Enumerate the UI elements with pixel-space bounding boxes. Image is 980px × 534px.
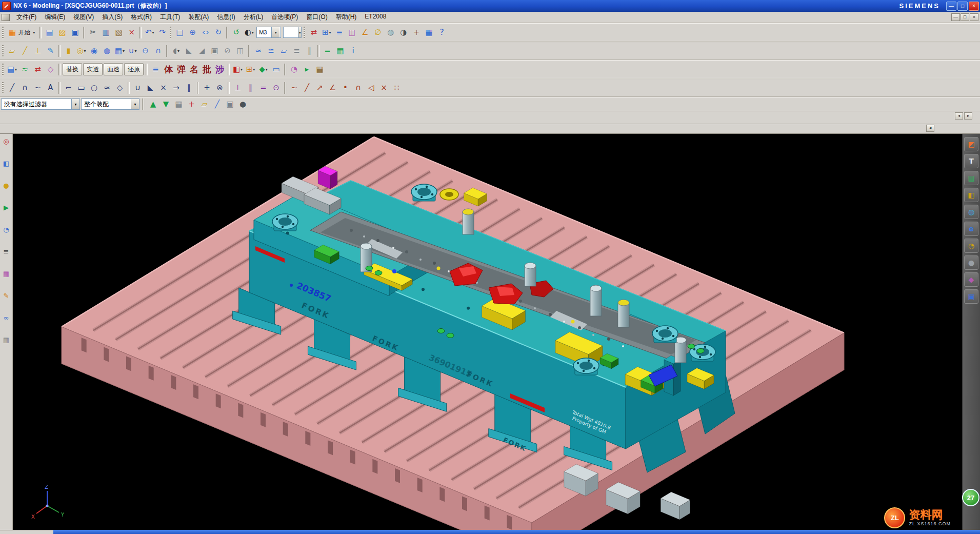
die-engineering-dropdown-icon[interactable]: ▾	[266, 67, 268, 72]
solid-translucent-button[interactable]: 实透	[83, 63, 103, 75]
replace-refset-button[interactable]: 替换	[63, 63, 82, 75]
snap-angle-button[interactable]: ∠	[358, 26, 371, 39]
chevron-down-icon[interactable]: ▾	[298, 27, 301, 37]
chevron-down-icon[interactable]: ▾	[271, 27, 279, 37]
thicken-button[interactable]: ≡	[290, 44, 303, 58]
select-target-button[interactable]: ◎	[1, 136, 12, 147]
zoom-in-button[interactable]: ⊕	[186, 26, 199, 39]
snap-grid-button[interactable]: ▦	[172, 97, 185, 111]
boss-button[interactable]: ◍	[101, 44, 113, 58]
cut-button[interactable]: ✂	[87, 26, 99, 39]
quick-extend-button[interactable]: →	[170, 81, 183, 95]
arc-button[interactable]: ∩	[18, 81, 31, 95]
document-icon[interactable]	[2, 14, 10, 21]
minimize-button[interactable]: —	[946, 2, 956, 11]
refresh-button[interactable]: ↺	[230, 26, 243, 39]
copy-button[interactable]: ▥	[99, 26, 112, 39]
menu-item-et2008[interactable]: ET2008	[361, 12, 390, 23]
start-dropdown-icon[interactable]: ▾	[33, 30, 35, 35]
timer-button[interactable]: ◔	[1, 224, 12, 235]
body-tool-button[interactable]: 体	[162, 63, 175, 76]
datum-plane-button[interactable]: ▱	[6, 44, 18, 58]
roles-button[interactable]: ▣	[964, 289, 978, 304]
body-filter-button[interactable]: ●	[236, 97, 249, 111]
selection-scope-combo[interactable]: 整个装配 ▾	[81, 98, 139, 110]
datum-csys-button[interactable]: ⊥	[31, 44, 44, 58]
playback-button[interactable]: ▶	[1, 202, 12, 213]
sketch-line-button[interactable]: ╱	[301, 81, 313, 95]
scroll-right-mini-button[interactable]: ▸	[964, 112, 972, 120]
interpart-copy-button[interactable]: ⇄	[31, 63, 44, 76]
constraint-navigator-button[interactable]: T	[964, 154, 978, 168]
menu-item-tools[interactable]: 工具(T)	[156, 12, 184, 23]
toolbar-grip[interactable]	[2, 82, 4, 94]
offset-curve-button[interactable]: ∥	[183, 81, 195, 95]
new-button[interactable]: ▤	[43, 26, 56, 39]
ruled-surface-button[interactable]: ▱	[277, 44, 290, 58]
menu-item-assemblies[interactable]: 装配(A)	[184, 12, 213, 23]
view-cube-button[interactable]: ◧	[1, 158, 12, 169]
through-curves-button[interactable]: ≅	[265, 44, 277, 58]
toolbar-grip[interactable]	[170, 27, 171, 38]
parallel-constraint-button[interactable]: ∥	[244, 81, 257, 95]
profile-button[interactable]: ⌐	[62, 81, 75, 95]
edge-blend-dropdown-icon[interactable]: ▾	[177, 49, 179, 53]
pattern-feature-dropdown-icon[interactable]: ▾	[123, 49, 125, 53]
spring-tool-button[interactable]: 弹	[175, 63, 188, 76]
split-body-button[interactable]: ◫	[234, 44, 247, 58]
mdi-close-button[interactable]: ×	[970, 13, 978, 21]
die-block-button[interactable]: ◧▾	[231, 63, 244, 76]
hd3d-tool-button[interactable]: ◍	[964, 205, 978, 219]
subtract-button[interactable]: ⊖	[139, 44, 152, 58]
extrude-button[interactable]: ▮	[62, 44, 75, 58]
standard-parts-button[interactable]: ⊞▾	[244, 63, 257, 76]
sketch-curve-button[interactable]: ~	[288, 81, 301, 95]
draft-button[interactable]: ◢	[195, 44, 208, 58]
grid-display-button[interactable]: ▦	[1, 334, 12, 345]
process-studio-button[interactable]: ◆	[964, 272, 978, 287]
reference-sets-button[interactable]: ▤▾	[6, 63, 18, 76]
trim-body-button[interactable]: ⊘	[221, 44, 234, 58]
menu-item-view[interactable]: 视图(V)	[69, 12, 98, 23]
undo-dropdown-icon[interactable]: ▾	[152, 30, 154, 35]
chevron-down-icon[interactable]: ▾	[131, 99, 139, 109]
cross-mark-button[interactable]: ×	[377, 81, 390, 95]
swept-button[interactable]: ≈	[252, 44, 265, 58]
nx-app-icon[interactable]	[2, 2, 11, 10]
mdi-minimize-button[interactable]: —	[951, 13, 960, 21]
expression-button[interactable]: =	[321, 44, 334, 58]
start-button[interactable]: ▦开始▾	[6, 26, 38, 39]
tooling-check-button[interactable]: ◔	[288, 63, 301, 76]
perpendicular-constraint-button[interactable]: ⊥	[231, 81, 244, 95]
mirror-curve-button[interactable]: ◁	[365, 81, 377, 95]
arrangements-button[interactable]: ◇	[44, 63, 57, 76]
reference-sets-dropdown-icon[interactable]: ▾	[15, 67, 17, 72]
arc-red-button[interactable]: ∩	[352, 81, 365, 95]
menu-item-insert[interactable]: 插入(S)	[98, 12, 127, 23]
standard-parts-dropdown-icon[interactable]: ▾	[253, 67, 255, 72]
shell-button[interactable]: ▣	[208, 44, 221, 58]
face-filter-button[interactable]: ▣	[224, 97, 236, 111]
divide-curve-button[interactable]: ∷	[390, 81, 403, 95]
unite-dropdown-icon[interactable]: ▾	[134, 49, 136, 53]
motion-sim-button[interactable]: ▸	[301, 63, 313, 76]
point-red-button[interactable]: •	[339, 81, 352, 95]
menu-item-window[interactable]: 窗口(O)	[302, 12, 331, 23]
rectangle-button[interactable]: ▭	[75, 81, 88, 95]
save-button[interactable]: ▣	[69, 26, 82, 39]
menu-item-information[interactable]: 信息(I)	[213, 12, 239, 23]
list-display-button[interactable]: ≡	[149, 63, 162, 76]
close-button[interactable]: ×	[969, 2, 979, 11]
layer-settings-button[interactable]: ≡	[333, 26, 346, 39]
wave-link-button[interactable]: ≈	[18, 63, 31, 76]
fit-view-button[interactable]: □	[173, 26, 186, 39]
die-block-dropdown-icon[interactable]: ▾	[241, 67, 243, 72]
sketch-button[interactable]: ✎	[44, 44, 57, 58]
polygon-tool-button[interactable]: ◇	[113, 81, 126, 95]
web-browser-button[interactable]: e	[964, 222, 978, 236]
paste-button[interactable]: ▧	[112, 26, 125, 39]
revolve-button[interactable]: ◎▾	[75, 44, 88, 58]
line-button[interactable]: ╱	[6, 81, 18, 95]
batch-tool-button[interactable]: 批	[201, 63, 213, 76]
direction-arrow-button[interactable]: ↗	[313, 81, 326, 95]
